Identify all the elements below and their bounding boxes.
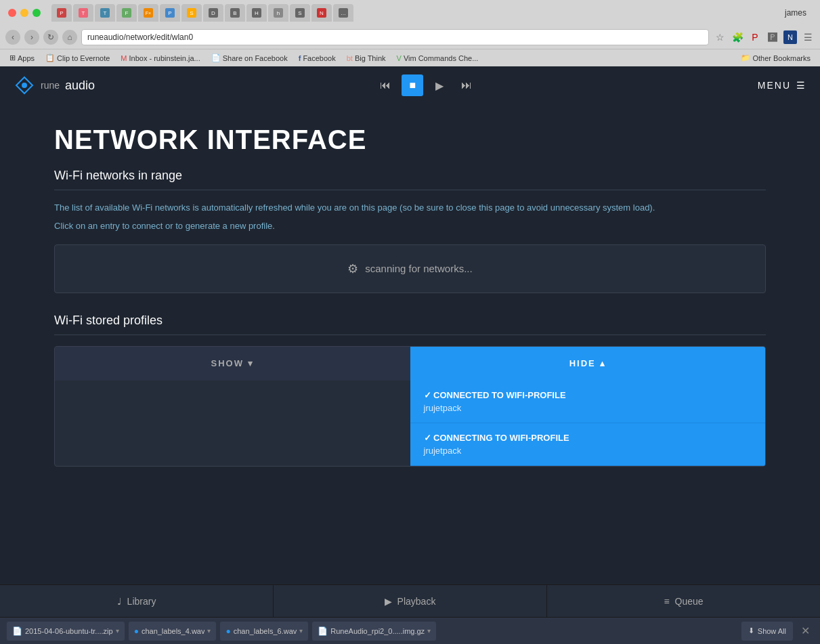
play-icon: ▶ bbox=[385, 596, 392, 607]
close-download-bar-button[interactable]: ✕ bbox=[797, 623, 813, 639]
stop-button[interactable]: ■ bbox=[402, 74, 423, 96]
forward-button[interactable]: › bbox=[24, 30, 39, 45]
chevron-down-icon-2: ▾ bbox=[207, 627, 211, 635]
page-title: NETWORK INTERFACE bbox=[54, 125, 766, 155]
bookmark-facebook-share[interactable]: 📄 Share on Facebook bbox=[207, 52, 292, 64]
bookmark-evernote[interactable]: 📋 Clip to Evernote bbox=[41, 52, 114, 64]
refresh-button[interactable]: ↻ bbox=[43, 30, 58, 45]
download-icon: ⬇ bbox=[748, 626, 754, 635]
next-button[interactable]: ⏭ bbox=[456, 74, 477, 96]
scanning-box: ⚙ scanning for networks... bbox=[54, 244, 766, 293]
app-header: rune audio ⏮ ■ ▶ ⏭ MENU ☰ bbox=[0, 66, 820, 104]
tab-14[interactable]: … bbox=[333, 4, 353, 22]
back-button[interactable]: ‹ bbox=[5, 30, 20, 45]
evernote-icon: 📋 bbox=[45, 53, 55, 62]
download-item-1[interactable]: 📄 2015-04-06-ubuntu-tr....zip ▾ bbox=[7, 622, 125, 641]
tab-3[interactable]: T bbox=[95, 4, 115, 22]
bookmark-gmail[interactable]: M Inbox - rubinstein.ja... bbox=[116, 53, 204, 64]
extension-icon[interactable]: 🧩 bbox=[731, 30, 744, 44]
play-button[interactable]: ▶ bbox=[429, 74, 450, 96]
traffic-lights bbox=[8, 9, 41, 17]
tab-12[interactable]: S bbox=[290, 4, 310, 22]
bookmark-apps-label: Apps bbox=[18, 54, 35, 62]
logo-rune: rune bbox=[41, 80, 60, 91]
chevron-down-icon-3: ▾ bbox=[299, 627, 303, 635]
download-item-4[interactable]: 📄 RuneAudio_rpi2_0.....img.gz ▾ bbox=[312, 622, 436, 641]
pocket-icon[interactable]: 🅿 bbox=[766, 30, 779, 44]
tab-2[interactable]: T bbox=[73, 4, 93, 22]
bookmark-other[interactable]: 📁 Other Bookmarks bbox=[737, 52, 815, 64]
tab-4[interactable]: F bbox=[116, 4, 137, 22]
download-filename-2: chan_labels_4.wav bbox=[142, 627, 205, 635]
tab-library[interactable]: ♩ Library bbox=[0, 585, 274, 617]
chevron-down-icon-1: ▾ bbox=[116, 627, 119, 635]
tab-5[interactable]: F× bbox=[138, 4, 158, 22]
user-label: james bbox=[779, 8, 812, 18]
profiles-container: SHOW ▾ HIDE ▴ ✓ CONNECTED TO WIFI-PROFIL… bbox=[54, 346, 766, 467]
tab-10[interactable]: H bbox=[246, 4, 267, 22]
gmail-icon: M bbox=[121, 54, 127, 62]
file-icon-3: ● bbox=[225, 626, 230, 636]
prev-button[interactable]: ⏮ bbox=[374, 74, 396, 96]
tab-1[interactable]: P bbox=[51, 4, 72, 22]
list-icon: ≡ bbox=[664, 596, 669, 607]
music-note-icon: ♩ bbox=[117, 596, 122, 607]
bookmark-vim-label: Vim Commands Che... bbox=[404, 54, 478, 62]
tab-queue-label: Queue bbox=[675, 596, 704, 607]
profile-status-1: ✓ CONNECTED TO WIFI-PROFILE bbox=[424, 390, 752, 400]
folder-icon: 📁 bbox=[741, 53, 750, 62]
bookmark-gmail-label: Inbox - rubinstein.ja... bbox=[129, 54, 200, 62]
tab-11[interactable]: h bbox=[268, 4, 288, 22]
tab-9[interactable]: B bbox=[225, 4, 245, 22]
download-item-2[interactable]: ● chan_labels_4.wav ▾ bbox=[129, 622, 217, 641]
close-window-button[interactable] bbox=[8, 9, 16, 17]
download-bar: 📄 2015-04-06-ubuntu-tr....zip ▾ ● chan_l… bbox=[0, 617, 820, 644]
bookmark-facebook[interactable]: f Facebook bbox=[295, 53, 340, 64]
star-icon[interactable]: ☆ bbox=[713, 30, 727, 44]
menu-button[interactable]: MENU ☰ bbox=[758, 80, 806, 91]
bigthink-icon: bt bbox=[347, 54, 353, 62]
tab-queue[interactable]: ≡ Queue bbox=[547, 585, 820, 617]
wifi-profiles-heading: Wi-Fi stored profiles bbox=[54, 314, 766, 335]
home-button[interactable]: ⌂ bbox=[62, 30, 77, 45]
wifi-range-heading: Wi-Fi networks in range bbox=[54, 169, 766, 190]
close-icon: ✕ bbox=[801, 624, 810, 637]
bookmark-bigthink[interactable]: bt Big Think bbox=[343, 53, 390, 64]
minimize-window-button[interactable] bbox=[20, 9, 28, 17]
app-logo: rune audio bbox=[14, 74, 95, 96]
profile-name-1: jrujetpack bbox=[424, 403, 752, 413]
bookmarks-bar: ⊞ Apps 📋 Clip to Evernote M Inbox - rubi… bbox=[0, 49, 820, 66]
tab-7[interactable]: S bbox=[181, 4, 202, 22]
show-button[interactable]: SHOW ▾ bbox=[55, 347, 410, 381]
bookmark-facebook-share-label: Share on Facebook bbox=[223, 54, 288, 62]
browser-titlebar: P T T F F× P S D B bbox=[0, 0, 820, 26]
svg-point-0 bbox=[22, 83, 27, 88]
info-text-2: Click on an entry to connect or to gener… bbox=[54, 219, 766, 234]
profile-status-2: ✓ CONNECTING TO WIFI-PROFILE bbox=[424, 433, 752, 443]
menu-icon[interactable]: ☰ bbox=[801, 30, 815, 44]
vim-icon: V bbox=[397, 54, 402, 62]
nirvana-icon[interactable]: N bbox=[783, 30, 797, 44]
player-controls: ⏮ ■ ▶ ⏭ bbox=[374, 74, 477, 96]
tab-playback-label: Playback bbox=[397, 596, 436, 607]
address-bar[interactable]: runeaudio/network/edit/wlan0 bbox=[81, 29, 709, 45]
bookmark-apps[interactable]: ⊞ Apps bbox=[5, 52, 39, 64]
tab-13[interactable]: N bbox=[311, 4, 332, 22]
tab-6[interactable]: P bbox=[160, 4, 180, 22]
scanning-spinner-icon: ⚙ bbox=[347, 261, 358, 276]
menu-label: MENU bbox=[758, 80, 791, 91]
browser-toolbar: ‹ › ↻ ⌂ runeaudio/network/edit/wlan0 ☆ 🧩… bbox=[0, 26, 820, 49]
profile-item-1[interactable]: ✓ CONNECTED TO WIFI-PROFILE jrujetpack bbox=[410, 381, 766, 423]
tab-8[interactable]: D bbox=[203, 4, 223, 22]
menu-hamburger-icon: ☰ bbox=[796, 80, 806, 91]
pinterest-icon[interactable]: P bbox=[748, 30, 762, 44]
hide-button[interactable]: HIDE ▴ bbox=[410, 347, 766, 381]
maximize-window-button[interactable] bbox=[33, 9, 41, 17]
show-all-button[interactable]: ⬇ Show All bbox=[741, 622, 793, 641]
download-item-3[interactable]: ● chan_labels_6.wav ▾ bbox=[220, 622, 308, 641]
tab-library-label: Library bbox=[127, 596, 156, 607]
browser-tabs: P T T F F× P S D B bbox=[51, 4, 774, 22]
tab-playback[interactable]: ▶ Playback bbox=[274, 585, 547, 617]
profile-item-2[interactable]: ✓ CONNECTING TO WIFI-PROFILE jrujetpack bbox=[410, 423, 766, 466]
bookmark-vim[interactable]: V Vim Commands Che... bbox=[393, 53, 483, 64]
